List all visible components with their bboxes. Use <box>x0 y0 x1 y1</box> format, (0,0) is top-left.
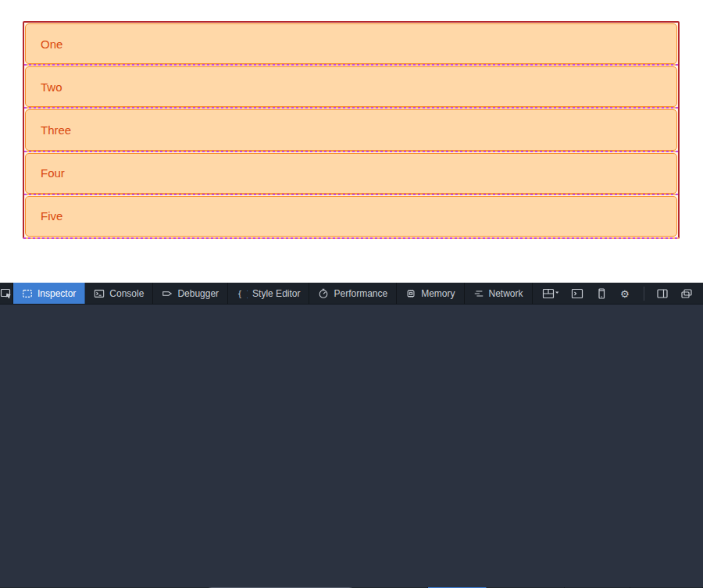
grid-wrapper-highlighted: OneTwoThreeFourFive <box>23 21 680 239</box>
demo-box: Four <box>25 153 677 194</box>
responsive-mode-icon[interactable] <box>595 287 608 300</box>
element-picker-button[interactable] <box>0 283 13 304</box>
tab-label: Network <box>489 288 523 299</box>
console-icon <box>94 288 105 299</box>
split-console-icon[interactable] <box>571 287 583 300</box>
tab-performance[interactable]: Performance <box>309 283 397 304</box>
demo-box: Five <box>25 196 677 237</box>
tab-label: Debugger <box>177 288 219 299</box>
element-picker-icon <box>0 287 12 300</box>
toolbar-right-buttons: ⚙ <box>533 283 703 304</box>
memory-icon <box>405 288 416 299</box>
performance-icon <box>318 288 329 299</box>
tab-console[interactable]: Console <box>85 283 153 304</box>
demo-box: Two <box>25 66 677 107</box>
tab-memory[interactable]: Memory <box>397 283 464 304</box>
layout-dropdown-icon[interactable] <box>542 287 559 300</box>
toolbar-separator <box>644 287 644 301</box>
tab-label: Memory <box>421 288 455 299</box>
devtools-toolbar: Inspector Console Debugger { } Style Edi… <box>0 283 703 305</box>
tab-style-editor[interactable]: { } Style Editor <box>228 283 309 304</box>
demo-box: Three <box>25 109 677 150</box>
devtools-panel: Inspector Console Debugger { } Style Edi… <box>0 283 703 588</box>
tab-debugger[interactable]: Debugger <box>153 283 228 304</box>
tab-label: Inspector <box>37 288 76 299</box>
separate-window-icon[interactable] <box>680 287 693 300</box>
settings-gear-icon[interactable]: ⚙ <box>619 287 632 300</box>
inspector-icon <box>22 288 33 299</box>
svg-text:{ }: { } <box>237 289 248 298</box>
style-editor-icon: { } <box>237 288 248 299</box>
demo-box: One <box>25 23 677 64</box>
debugger-icon <box>162 288 173 299</box>
tab-label: Performance <box>334 288 387 299</box>
svg-text:⚙: ⚙ <box>620 288 630 300</box>
dock-side-icon[interactable] <box>656 287 669 300</box>
network-icon <box>473 288 484 299</box>
tab-label: Style Editor <box>252 288 300 299</box>
tab-inspector[interactable]: Inspector <box>13 283 85 304</box>
rendered-page: OneTwoThreeFourFive <box>0 0 703 283</box>
tab-label: Console <box>109 288 144 299</box>
tab-network[interactable]: Network <box>465 283 533 304</box>
